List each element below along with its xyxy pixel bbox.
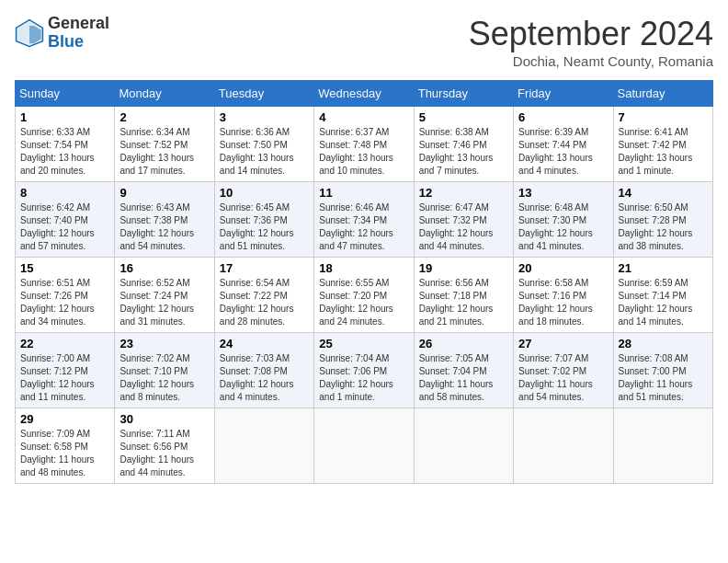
day-number: 1 — [20, 110, 109, 124]
day-info: Sunrise: 6:58 AMSunset: 7:16 PMDaylight:… — [518, 278, 593, 327]
day-number: 12 — [419, 186, 508, 200]
day-number: 25 — [319, 337, 408, 350]
calendar-day-cell: 25 Sunrise: 7:04 AMSunset: 7:06 PMDaylig… — [314, 333, 414, 408]
empty-cell — [514, 408, 613, 484]
empty-cell — [414, 408, 513, 484]
day-number: 22 — [20, 337, 109, 350]
day-info: Sunrise: 6:52 AMSunset: 7:24 PMDaylight:… — [119, 278, 194, 327]
calendar-day-cell: 7 Sunrise: 6:41 AMSunset: 7:42 PMDayligh… — [613, 107, 712, 182]
calendar-day-cell: 11 Sunrise: 6:46 AMSunset: 7:34 PMDaylig… — [314, 182, 414, 258]
day-info: Sunrise: 6:51 AMSunset: 7:26 PMDaylight:… — [20, 278, 95, 327]
calendar-day-cell: 8 Sunrise: 6:42 AMSunset: 7:40 PMDayligh… — [16, 182, 115, 258]
day-info: Sunrise: 6:39 AMSunset: 7:44 PMDaylight:… — [518, 127, 593, 176]
logo-general-text: General — [48, 15, 109, 33]
calendar-day-cell: 26 Sunrise: 7:05 AMSunset: 7:04 PMDaylig… — [414, 333, 513, 408]
day-info: Sunrise: 6:54 AMSunset: 7:22 PMDaylight:… — [220, 278, 294, 327]
calendar-week-row: 22 Sunrise: 7:00 AMSunset: 7:12 PMDaylig… — [16, 333, 713, 408]
day-info: Sunrise: 6:42 AMSunset: 7:40 PMDaylight:… — [20, 202, 95, 251]
day-number: 10 — [220, 186, 309, 200]
calendar-header-row: Sunday Monday Tuesday Wednesday Thursday… — [16, 81, 713, 107]
calendar-day-cell: 22 Sunrise: 7:00 AMSunset: 7:12 PMDaylig… — [16, 333, 115, 408]
calendar-day-cell: 4 Sunrise: 6:37 AMSunset: 7:48 PMDayligh… — [314, 107, 414, 182]
day-info: Sunrise: 6:50 AMSunset: 7:28 PMDaylight:… — [619, 202, 693, 251]
calendar-day-cell: 30 Sunrise: 7:11 AMSunset: 6:56 PMDaylig… — [115, 408, 214, 484]
calendar-day-cell: 29 Sunrise: 7:09 AMSunset: 6:58 PMDaylig… — [16, 408, 115, 484]
day-number: 21 — [619, 261, 708, 275]
col-wednesday: Wednesday — [314, 81, 414, 107]
day-number: 27 — [518, 337, 608, 350]
day-info: Sunrise: 6:47 AMSunset: 7:32 PMDaylight:… — [419, 202, 494, 251]
title-section: September 2024 Dochia, Neamt County, Rom… — [469, 15, 713, 69]
day-number: 15 — [20, 261, 109, 275]
day-info: Sunrise: 6:45 AMSunset: 7:36 PMDaylight:… — [220, 202, 294, 251]
empty-cell — [613, 408, 712, 484]
logo-icon — [15, 18, 44, 48]
calendar-day-cell: 28 Sunrise: 7:08 AMSunset: 7:00 PMDaylig… — [613, 333, 712, 408]
day-info: Sunrise: 7:09 AMSunset: 6:58 PMDaylight:… — [20, 429, 95, 477]
day-number: 29 — [20, 412, 109, 426]
calendar-day-cell: 2 Sunrise: 6:34 AMSunset: 7:52 PMDayligh… — [115, 107, 214, 182]
calendar-day-cell: 24 Sunrise: 7:03 AMSunset: 7:08 PMDaylig… — [214, 333, 313, 408]
day-info: Sunrise: 6:33 AMSunset: 7:54 PMDaylight:… — [20, 127, 95, 176]
col-monday: Monday — [115, 81, 214, 107]
day-number: 5 — [419, 110, 508, 124]
calendar-week-row: 1 Sunrise: 6:33 AMSunset: 7:54 PMDayligh… — [16, 107, 713, 182]
empty-cell — [214, 408, 313, 484]
day-number: 14 — [619, 186, 708, 200]
day-number: 4 — [319, 110, 408, 124]
calendar-day-cell: 12 Sunrise: 6:47 AMSunset: 7:32 PMDaylig… — [414, 182, 513, 258]
day-info: Sunrise: 6:37 AMSunset: 7:48 PMDaylight:… — [319, 127, 393, 176]
col-saturday: Saturday — [613, 81, 712, 107]
calendar-day-cell: 10 Sunrise: 6:45 AMSunset: 7:36 PMDaylig… — [214, 182, 313, 258]
calendar-day-cell: 13 Sunrise: 6:48 AMSunset: 7:30 PMDaylig… — [514, 182, 613, 258]
calendar-day-cell: 18 Sunrise: 6:55 AMSunset: 7:20 PMDaylig… — [314, 258, 414, 333]
calendar-day-cell: 1 Sunrise: 6:33 AMSunset: 7:54 PMDayligh… — [16, 107, 115, 182]
day-info: Sunrise: 7:04 AMSunset: 7:06 PMDaylight:… — [319, 353, 393, 402]
day-number: 17 — [220, 261, 309, 275]
day-info: Sunrise: 6:46 AMSunset: 7:34 PMDaylight:… — [319, 202, 393, 251]
day-info: Sunrise: 6:48 AMSunset: 7:30 PMDaylight:… — [518, 202, 593, 251]
calendar-week-row: 29 Sunrise: 7:09 AMSunset: 6:58 PMDaylig… — [16, 408, 713, 484]
day-info: Sunrise: 6:43 AMSunset: 7:38 PMDaylight:… — [119, 202, 194, 251]
day-number: 13 — [518, 186, 608, 200]
day-number: 19 — [419, 261, 508, 275]
day-number: 18 — [319, 261, 408, 275]
day-info: Sunrise: 6:38 AMSunset: 7:46 PMDaylight:… — [419, 127, 494, 176]
calendar-day-cell: 6 Sunrise: 6:39 AMSunset: 7:44 PMDayligh… — [514, 107, 613, 182]
calendar-day-cell: 19 Sunrise: 6:56 AMSunset: 7:18 PMDaylig… — [414, 258, 513, 333]
day-info: Sunrise: 7:07 AMSunset: 7:02 PMDaylight:… — [518, 353, 593, 402]
calendar-day-cell: 23 Sunrise: 7:02 AMSunset: 7:10 PMDaylig… — [115, 333, 214, 408]
calendar-day-cell: 16 Sunrise: 6:52 AMSunset: 7:24 PMDaylig… — [115, 258, 214, 333]
day-info: Sunrise: 7:02 AMSunset: 7:10 PMDaylight:… — [119, 353, 194, 402]
empty-cell — [314, 408, 414, 484]
calendar-day-cell: 17 Sunrise: 6:54 AMSunset: 7:22 PMDaylig… — [214, 258, 313, 333]
month-title: September 2024 — [469, 15, 713, 53]
calendar-week-row: 8 Sunrise: 6:42 AMSunset: 7:40 PMDayligh… — [16, 182, 713, 258]
calendar-day-cell: 5 Sunrise: 6:38 AMSunset: 7:46 PMDayligh… — [414, 107, 513, 182]
day-number: 11 — [319, 186, 408, 200]
day-info: Sunrise: 6:41 AMSunset: 7:42 PMDaylight:… — [619, 127, 693, 176]
day-info: Sunrise: 7:08 AMSunset: 7:00 PMDaylight:… — [619, 353, 693, 402]
calendar-day-cell: 15 Sunrise: 6:51 AMSunset: 7:26 PMDaylig… — [16, 258, 115, 333]
day-info: Sunrise: 6:59 AMSunset: 7:14 PMDaylight:… — [619, 278, 693, 327]
day-number: 9 — [119, 186, 209, 200]
logo: General Blue — [15, 15, 109, 52]
page-header: General Blue September 2024 Dochia, Neam… — [15, 15, 713, 69]
day-info: Sunrise: 6:36 AMSunset: 7:50 PMDaylight:… — [220, 127, 294, 176]
day-info: Sunrise: 6:56 AMSunset: 7:18 PMDaylight:… — [419, 278, 494, 327]
day-info: Sunrise: 7:00 AMSunset: 7:12 PMDaylight:… — [20, 353, 95, 402]
day-number: 20 — [518, 261, 608, 275]
col-friday: Friday — [514, 81, 613, 107]
day-number: 28 — [619, 337, 708, 350]
calendar-day-cell: 20 Sunrise: 6:58 AMSunset: 7:16 PMDaylig… — [514, 258, 613, 333]
day-number: 3 — [220, 110, 309, 124]
calendar-day-cell: 14 Sunrise: 6:50 AMSunset: 7:28 PMDaylig… — [613, 182, 712, 258]
day-number: 8 — [20, 186, 109, 200]
calendar-day-cell: 9 Sunrise: 6:43 AMSunset: 7:38 PMDayligh… — [115, 182, 214, 258]
calendar-day-cell: 21 Sunrise: 6:59 AMSunset: 7:14 PMDaylig… — [613, 258, 712, 333]
day-info: Sunrise: 6:55 AMSunset: 7:20 PMDaylight:… — [319, 278, 393, 327]
calendar-table: Sunday Monday Tuesday Wednesday Thursday… — [15, 80, 713, 484]
day-number: 6 — [518, 110, 608, 124]
day-info: Sunrise: 6:34 AMSunset: 7:52 PMDaylight:… — [119, 127, 194, 176]
day-number: 23 — [119, 337, 209, 350]
